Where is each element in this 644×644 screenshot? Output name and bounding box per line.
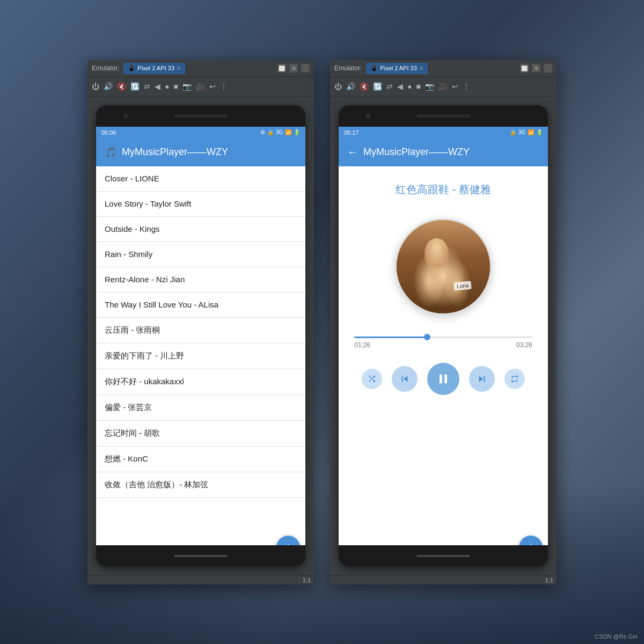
tab-label-2: Pixel 2 API 33 xyxy=(380,65,417,71)
more-icon[interactable]: ⋮ xyxy=(220,82,228,91)
back-btn[interactable]: ◀ xyxy=(155,82,160,91)
home-bar-1 xyxy=(174,555,228,557)
settings-btn-2[interactable]: ⚙ xyxy=(532,64,540,72)
progress-thumb[interactable] xyxy=(424,334,430,340)
settings-btn-1[interactable]: ⚙ xyxy=(289,64,298,72)
lock-status-icon: 🔒 xyxy=(267,129,274,135)
status-bar-2: 06:17 🔒 3G 📶 🔋 xyxy=(339,127,548,138)
song-item-1[interactable]: Love Story - Taylor Swift xyxy=(96,192,305,217)
menu-btn-2[interactable]: ⋮ xyxy=(544,64,552,72)
song-item-10[interactable]: 忘记时间 - 胡歌 xyxy=(96,421,305,447)
emulator-label-2: Emulator: xyxy=(334,64,362,72)
video-icon[interactable]: 🎥 xyxy=(196,82,205,91)
phone-bottom-1 xyxy=(96,545,305,567)
camera-icon-2[interactable]: 📷 xyxy=(425,82,434,91)
tab-close-1[interactable]: ✕ xyxy=(177,65,181,71)
undo-icon[interactable]: ↩ xyxy=(209,82,216,91)
volume-icon-2[interactable]: 🔊 xyxy=(346,82,355,91)
phone-body-1: 06:06 ⚙ 🔒 3G 📶 🔋 🎵 MyMusicPlayer——WZY xyxy=(96,105,305,567)
tab-1[interactable]: 📱 Pixel 2 API 33 ✕ xyxy=(123,63,185,74)
back-btn-2[interactable]: ◀ xyxy=(397,82,403,91)
watermark: CSDN @Re.Gin xyxy=(595,633,638,640)
flip-icon-2[interactable]: ⇄ xyxy=(386,82,393,91)
maximize-btn-2[interactable]: ⬜ xyxy=(520,64,529,72)
volume-icon[interactable]: 🔊 xyxy=(104,82,113,91)
phone-screen-2: 06:17 🔒 3G 📶 🔋 ← MyMusicPlayer——WZY xyxy=(339,127,548,545)
emulator-label-1: Emulator: xyxy=(92,64,119,72)
undo-icon-2[interactable]: ↩ xyxy=(452,82,458,91)
back-arrow-btn[interactable]: ← xyxy=(347,146,358,158)
gear-status-icon: ⚙ xyxy=(260,129,265,135)
song-item-3[interactable]: Rain - Shmily xyxy=(96,242,305,267)
song-title-11: 想燃 - KonC xyxy=(105,454,148,463)
tab-close-2[interactable]: ✕ xyxy=(419,65,423,71)
square-icon-2[interactable]: ■ xyxy=(416,82,420,91)
pause-icon xyxy=(436,371,451,386)
song-title-12: 收敛（吉他 治愈版）- 林加弦 xyxy=(105,480,208,489)
shuffle-circle xyxy=(362,369,382,389)
maximize-btn-1[interactable]: ⬜ xyxy=(277,64,286,72)
repeat-button[interactable] xyxy=(504,369,525,389)
more-icon-2[interactable]: ⋮ xyxy=(463,82,470,91)
playpause-button[interactable] xyxy=(427,363,459,395)
song-item-0[interactable]: Closer - LIONE xyxy=(96,166,305,192)
status-time-1: 06:06 xyxy=(101,129,116,136)
phone-icon-2: 📱 xyxy=(370,65,378,72)
next-circle xyxy=(469,366,495,392)
flip-icon[interactable]: ⇄ xyxy=(144,82,150,91)
player-screen: 红色高跟鞋 - 蔡健雅 xyxy=(339,166,548,545)
lock-status-icon-2: 🔒 xyxy=(510,129,516,135)
album-photo xyxy=(397,220,490,313)
song-title-4: Rentz-Alone - Nzi Jian xyxy=(105,275,185,284)
skip-next-icon xyxy=(476,373,488,385)
progress-track[interactable] xyxy=(354,336,532,338)
song-item-5[interactable]: The Way I Still Love You - ALisa xyxy=(96,292,305,318)
mute-icon[interactable]: 🔇 xyxy=(117,82,126,91)
album-art xyxy=(395,218,492,315)
prev-button[interactable] xyxy=(392,366,418,392)
speaker-1 xyxy=(174,114,228,118)
song-item-9[interactable]: 偏爱 - 张芸京 xyxy=(96,395,305,421)
song-item-6[interactable]: 云压雨 - 张雨桐 xyxy=(96,318,305,343)
power-icon[interactable]: ⏻ xyxy=(92,82,99,91)
current-time: 01:26 xyxy=(354,341,370,349)
status-time-2: 06:17 xyxy=(344,129,359,136)
titlebar-1: Emulator: 📱 Pixel 2 API 33 ✕ ⬜ ⚙ ⋮ xyxy=(87,60,314,77)
camera-icon[interactable]: 📷 xyxy=(182,82,192,91)
scale-1: 1:1 xyxy=(87,575,314,584)
song-item-8[interactable]: 你好不好 - ukakakaxxl xyxy=(96,369,305,395)
album-art-inner xyxy=(397,220,490,313)
rotate-icon-2[interactable]: 🔃 xyxy=(373,82,382,91)
window-controls-1: ⬜ ⚙ ⋮ xyxy=(277,64,310,72)
rotate-icon[interactable]: 🔃 xyxy=(130,82,140,91)
song-title-1: Love Story - Taylor Swift xyxy=(105,199,191,208)
phone-top-1 xyxy=(96,105,305,127)
now-playing-title: 红色高跟鞋 - 蔡健雅 xyxy=(385,177,502,208)
phone-screen-1: 06:06 ⚙ 🔒 3G 📶 🔋 🎵 MyMusicPlayer——WZY xyxy=(96,127,305,545)
mute-icon-2[interactable]: 🔇 xyxy=(360,82,369,91)
speaker-2 xyxy=(416,114,470,118)
song-item-2[interactable]: Outside - Kings xyxy=(96,217,305,242)
video-icon-2[interactable]: 🎥 xyxy=(438,82,448,91)
shuffle-button[interactable] xyxy=(362,369,382,389)
song-item-12[interactable]: 收敛（吉他 治愈版）- 林加弦 xyxy=(96,472,305,498)
power-icon-2[interactable]: ⏻ xyxy=(334,82,342,91)
titlebar-2: Emulator: 📱 Pixel 2 API 33 ✕ ⬜ ⚙ ⋮ xyxy=(330,60,557,77)
song-list[interactable]: Closer - LIONE Love Story - Taylor Swift… xyxy=(96,166,305,545)
playpause-circle xyxy=(427,363,459,395)
shuffle-icon xyxy=(367,374,377,384)
next-button[interactable] xyxy=(469,366,495,392)
dot-icon[interactable]: ● xyxy=(165,82,169,91)
emulator-1: Emulator: 📱 Pixel 2 API 33 ✕ ⬜ ⚙ ⋮ ⏻ 🔊 🔇… xyxy=(87,60,314,584)
phone-icon-1: 📱 xyxy=(128,65,135,72)
scale-2: 1:1 xyxy=(330,575,557,584)
tab-2[interactable]: 📱 Pixel 2 API 33 ✕ xyxy=(366,63,428,74)
battery-icon-2: 🔋 xyxy=(536,129,543,135)
status-bar-1: 06:06 ⚙ 🔒 3G 📶 🔋 xyxy=(96,127,305,138)
song-item-11[interactable]: 想燃 - KonC xyxy=(96,447,305,472)
dot-icon-2[interactable]: ● xyxy=(407,82,412,91)
song-item-7[interactable]: 亲爱的下雨了 - 川上野 xyxy=(96,343,305,369)
song-item-4[interactable]: Rentz-Alone - Nzi Jian xyxy=(96,267,305,292)
menu-btn-1[interactable]: ⋮ xyxy=(301,64,310,72)
square-icon[interactable]: ■ xyxy=(173,82,178,91)
